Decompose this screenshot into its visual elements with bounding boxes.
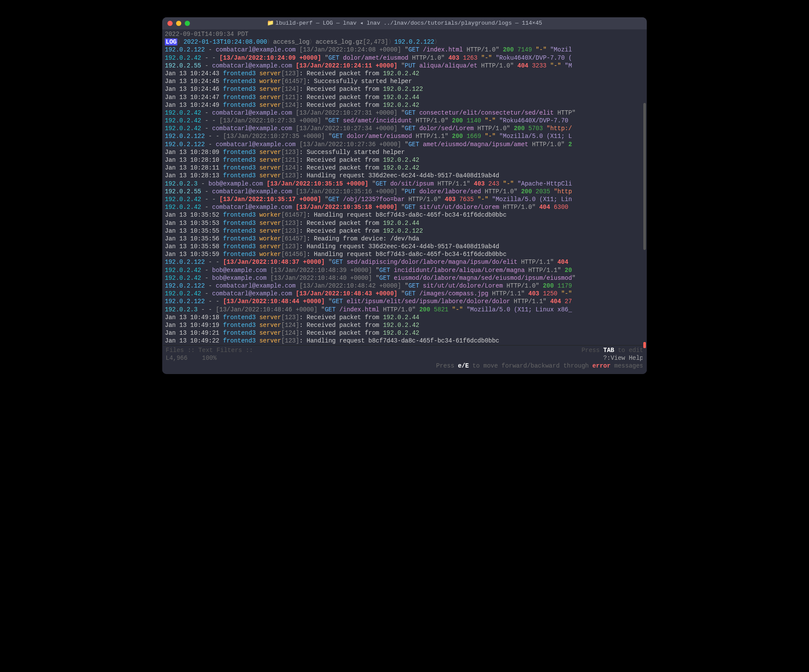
titlebar[interactable]: 📁lbuild-perf — LOG — lnav ◂ lnav ../lnav… [162,17,647,29]
log-line[interactable]: Jan 13 10:28:13 frontend3 server[123]: H… [163,172,646,179]
breadcrumb-file[interactable]: access_log [273,38,309,45]
log-line[interactable]: Jan 13 10:35:53 frontend3 server[123]: R… [163,219,646,227]
log-line[interactable]: Jan 13 10:49:22 frontend3 server[123]: H… [163,337,646,345]
folder-icon: 📁 [267,20,274,26]
log-line[interactable]: Jan 13 10:24:45 frontend3 worker[61457]:… [163,77,646,85]
log-line[interactable]: 192.0.2.55 - combatcarl@example.com [13/… [163,62,646,70]
breadcrumb-ts[interactable]: 2022-01-13T10:24:08.000 [183,38,267,45]
log-line[interactable]: 192.0.2.42 - bob@example.com [13/Jan/202… [163,274,646,282]
log-line[interactable]: 192.0.2.42 - - [13/Jan/2022:10:27:33 +00… [163,117,646,125]
log-line[interactable]: Jan 13 10:35:55 frontend3 server[123]: R… [163,227,646,235]
log-line[interactable]: 192.0.2.42 - combatcarl@example.com [13/… [163,290,646,298]
tab-hint: Press TAB to edit [581,346,643,354]
header-timestamp: 2022-09-01T14:09:34 PDT [163,30,646,38]
breadcrumb-ip[interactable]: 192.0.2.122 [395,38,434,45]
log-line[interactable]: 192.0.2.122 - - [13/Jan/2022:10:48:37 +0… [163,258,646,266]
log-line[interactable]: Jan 13 10:35:52 frontend3 worker[61457]:… [163,211,646,219]
log-line[interactable]: 192.0.2.42 - - [13/Jan/2022:10:35:17 +00… [163,195,646,203]
log-line[interactable]: 192.0.2.42 - combatcarl@example.com [13/… [163,125,646,132]
terminal-body[interactable]: 2022-09-01T14:09:34 PDT LOG〉2022-01-13T1… [162,29,647,374]
line-position: L4,966 100% [166,354,217,362]
log-line[interactable]: Jan 13 10:28:09 frontend3 server[123]: S… [163,148,646,156]
error-marker [643,342,646,348]
log-line[interactable]: 192.0.2.55 - combatcarl@example.com [13/… [163,188,646,195]
log-line[interactable]: 192.0.2.42 - bob@example.com [13/Jan/202… [163,266,646,274]
log-line[interactable]: Jan 13 10:28:11 frontend3 server[124]: R… [163,164,646,172]
log-viewport[interactable]: 192.0.2.122 - combatcarl@example.com [13… [163,46,646,345]
log-line[interactable]: 192.0.2.122 - combatcarl@example.com [13… [163,282,646,290]
log-line[interactable]: 192.0.2.3 - - [13/Jan/2022:10:48:46 +000… [163,306,646,314]
nav-hint: Press e/E to move forward/backward throu… [436,362,643,370]
log-line[interactable]: 192.0.2.42 - combatcarl@example.com [13/… [163,109,646,117]
log-line[interactable]: Jan 13 10:28:10 frontend3 server[121]: R… [163,156,646,164]
log-line[interactable]: 192.0.2.3 - bob@example.com [13/Jan/2022… [163,180,646,188]
close-icon[interactable] [167,21,173,26]
log-line[interactable]: Jan 13 10:24:46 frontend3 server[124]: R… [163,85,646,93]
breadcrumb[interactable]: LOG〉2022-01-13T10:24:08.000〉access_log〉a… [163,38,646,46]
log-line[interactable]: Jan 13 10:49:19 frontend3 server[124]: R… [163,321,646,329]
scrollbar-thumb[interactable] [643,103,646,250]
log-line[interactable]: Jan 13 10:35:59 frontend3 worker[61456]:… [163,250,646,258]
log-line[interactable]: 192.0.2.122 - - [13/Jan/2022:10:27:35 +0… [163,132,646,140]
breadcrumb-gz[interactable]: access_log.gz [315,38,363,45]
zoom-icon[interactable] [185,21,190,26]
log-line[interactable]: 192.0.2.122 - combatcarl@example.com [13… [163,46,646,54]
footer: Files :: Text Filters :: Press TAB to ed… [163,345,646,371]
traffic-lights [167,21,190,26]
log-line[interactable]: 192.0.2.42 - combatcarl@example.com [13/… [163,203,646,211]
breadcrumb-log[interactable]: LOG [165,38,177,45]
filters-label[interactable]: Files :: Text Filters :: [166,346,253,354]
log-line[interactable]: Jan 13 10:49:21 frontend3 server[124]: R… [163,329,646,337]
scrollbar-gutter [642,29,647,374]
log-line[interactable]: Jan 13 10:35:58 frontend3 server[123]: H… [163,243,646,250]
help-hint: ?:View Help [604,354,643,362]
log-line[interactable]: 192.0.2.122 - - [13/Jan/2022:10:48:44 +0… [163,298,646,305]
log-line[interactable]: Jan 13 10:24:47 frontend3 server[121]: R… [163,93,646,101]
log-line[interactable]: Jan 13 10:24:43 frontend3 server[123]: R… [163,70,646,77]
log-line[interactable]: 192.0.2.122 - combatcarl@example.com [13… [163,141,646,148]
log-line[interactable]: Jan 13 10:24:49 frontend3 server[124]: R… [163,101,646,109]
log-line[interactable]: Jan 13 10:49:18 frontend3 server[123]: R… [163,314,646,321]
minimize-icon[interactable] [176,21,181,26]
log-line[interactable]: Jan 13 10:35:56 frontend3 worker[61457]:… [163,235,646,243]
terminal-window: 📁lbuild-perf — LOG — lnav ◂ lnav ../lnav… [162,17,647,374]
window-title: 📁lbuild-perf — LOG — lnav ◂ lnav ../lnav… [162,20,647,27]
log-line[interactable]: 192.0.2.42 - - [13/Jan/2022:10:24:09 +00… [163,54,646,62]
